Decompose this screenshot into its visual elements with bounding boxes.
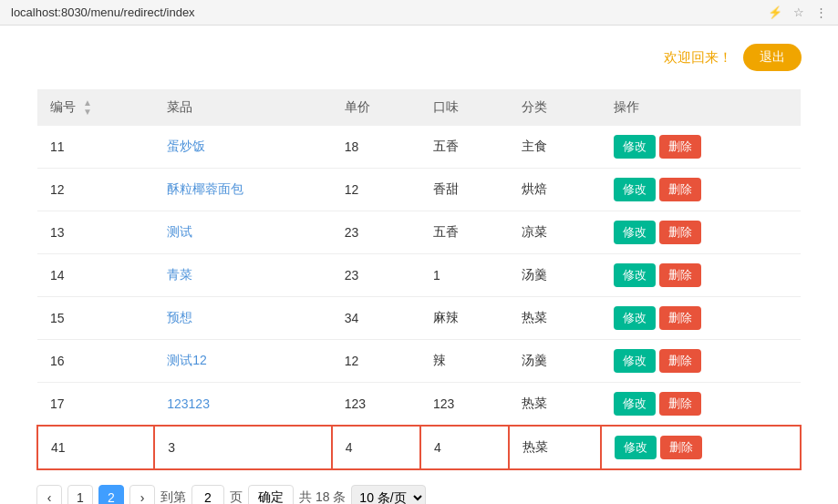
delete-button[interactable]: 删除 <box>660 436 702 459</box>
delete-button[interactable]: 删除 <box>659 392 701 416</box>
table-row: 41344热菜修改删除 <box>37 426 801 469</box>
welcome-text: 欢迎回来！ <box>664 49 732 67</box>
browser-bar: localhost:8030/menu/redirect/index ⚡ ☆ ⋮ <box>0 0 838 26</box>
cell-action: 修改删除 <box>601 426 801 469</box>
pagination: ‹ 1 2 › 到第 页 确定 共 18 条 10 条/页 20 条/页 50 … <box>36 485 802 504</box>
table-row: 17123123123123热菜修改删除 <box>37 383 801 427</box>
page-label: 页 <box>230 489 243 504</box>
cell-action: 修改删除 <box>601 211 801 254</box>
url-bar: localhost:8030/menu/redirect/index <box>11 5 768 19</box>
cell-name: 123123 <box>154 383 332 427</box>
modify-button[interactable]: 修改 <box>614 221 656 244</box>
col-name: 菜品 <box>154 89 332 126</box>
page-content: 欢迎回来！ 退出 编号 ▲▼ 菜品 单价 口味 分类 操作 <box>0 26 838 504</box>
menu-table: 编号 ▲▼ 菜品 单价 口味 分类 操作 11蛋炒饭18五香主食修改删除12酥粒… <box>36 89 802 470</box>
cell-action: 修改删除 <box>601 383 801 427</box>
table-row: 11蛋炒饭18五香主食修改删除 <box>37 126 801 169</box>
col-action: 操作 <box>601 89 801 126</box>
sort-icon: ▲▼ <box>83 98 92 117</box>
col-flavor: 口味 <box>420 89 509 126</box>
cell-price: 4 <box>332 426 420 469</box>
modify-button[interactable]: 修改 <box>614 135 656 159</box>
cell-flavor: 辣 <box>420 340 509 383</box>
table-row: 12酥粒椰蓉面包12香甜烘焙修改删除 <box>37 169 801 211</box>
per-page-select[interactable]: 10 条/页 20 条/页 50 条/页 <box>351 485 426 504</box>
cell-name: 蛋炒饭 <box>154 126 332 169</box>
page-2-button[interactable]: 2 <box>98 485 124 504</box>
cell-id: 17 <box>37 383 154 427</box>
cell-price: 23 <box>332 211 420 254</box>
modify-button[interactable]: 修改 <box>614 178 656 201</box>
cell-category: 热菜 <box>509 426 601 469</box>
col-id[interactable]: 编号 ▲▼ <box>37 89 154 126</box>
table-row: 16测试1212辣汤羹修改删除 <box>37 340 801 383</box>
cell-id: 12 <box>37 169 154 211</box>
cell-price: 23 <box>332 254 420 297</box>
cell-category: 凉菜 <box>509 211 601 254</box>
cell-flavor: 1 <box>420 254 509 297</box>
cell-name: 预想 <box>154 297 332 340</box>
cell-flavor: 五香 <box>420 211 509 254</box>
cell-category: 热菜 <box>509 383 601 427</box>
modify-button[interactable]: 修改 <box>614 263 656 287</box>
cell-price: 12 <box>332 169 420 211</box>
prev-page-button[interactable]: ‹ <box>36 485 62 504</box>
cell-id: 14 <box>37 254 154 297</box>
col-category: 分类 <box>509 89 601 126</box>
cell-price: 34 <box>332 297 420 340</box>
cell-category: 烘焙 <box>509 169 601 211</box>
delete-button[interactable]: 删除 <box>659 135 701 159</box>
cell-id: 16 <box>37 340 154 383</box>
cell-id: 15 <box>37 297 154 340</box>
cell-id: 11 <box>37 126 154 169</box>
modify-button[interactable]: 修改 <box>614 349 656 373</box>
modify-button[interactable]: 修改 <box>615 436 657 459</box>
col-price: 单价 <box>332 89 420 126</box>
modify-button[interactable]: 修改 <box>614 392 656 416</box>
cell-flavor: 五香 <box>420 126 509 169</box>
cell-price: 12 <box>332 340 420 383</box>
table-row: 15预想34麻辣热菜修改删除 <box>37 297 801 340</box>
cell-id: 13 <box>37 211 154 254</box>
col-id-label: 编号 <box>50 99 76 114</box>
delete-button[interactable]: 删除 <box>659 263 701 287</box>
page-number-input[interactable] <box>191 485 224 504</box>
total-label: 共 18 条 <box>299 489 346 504</box>
goto-confirm-button[interactable]: 确定 <box>248 485 294 504</box>
table-header-row: 编号 ▲▼ 菜品 单价 口味 分类 操作 <box>37 89 801 126</box>
browser-icons: ⚡ ☆ ⋮ <box>768 5 827 19</box>
cell-flavor: 4 <box>420 426 509 469</box>
cell-action: 修改删除 <box>601 340 801 383</box>
cell-name: 测试 <box>154 211 332 254</box>
cell-category: 汤羹 <box>509 340 601 383</box>
cell-category: 热菜 <box>509 297 601 340</box>
cell-action: 修改删除 <box>601 126 801 169</box>
cell-action: 修改删除 <box>601 297 801 340</box>
lightning-icon: ⚡ <box>768 5 782 19</box>
cell-price: 18 <box>332 126 420 169</box>
delete-button[interactable]: 删除 <box>659 178 701 201</box>
cell-name: 酥粒椰蓉面包 <box>154 169 332 211</box>
delete-button[interactable]: 删除 <box>659 221 701 244</box>
cell-category: 汤羹 <box>509 254 601 297</box>
logout-button[interactable]: 退出 <box>743 44 802 71</box>
menu-icon: ⋮ <box>815 5 827 19</box>
next-page-button[interactable]: › <box>129 485 155 504</box>
cell-flavor: 麻辣 <box>420 297 509 340</box>
delete-button[interactable]: 删除 <box>659 349 701 373</box>
cell-flavor: 123 <box>420 383 509 427</box>
cell-name: 青菜 <box>154 254 332 297</box>
goto-label: 到第 <box>160 489 186 504</box>
delete-button[interactable]: 删除 <box>659 306 701 330</box>
modify-button[interactable]: 修改 <box>614 306 656 330</box>
cell-name: 3 <box>154 426 332 469</box>
table-wrapper: 编号 ▲▼ 菜品 单价 口味 分类 操作 11蛋炒饭18五香主食修改删除12酥粒… <box>36 89 802 470</box>
table-row: 14青菜231汤羹修改删除 <box>37 254 801 297</box>
cell-flavor: 香甜 <box>420 169 509 211</box>
page-1-button[interactable]: 1 <box>67 485 93 504</box>
star-icon: ☆ <box>793 5 804 19</box>
cell-price: 123 <box>332 383 420 427</box>
header-bar: 欢迎回来！ 退出 <box>36 44 802 71</box>
cell-category: 主食 <box>509 126 601 169</box>
table-row: 13测试23五香凉菜修改删除 <box>37 211 801 254</box>
